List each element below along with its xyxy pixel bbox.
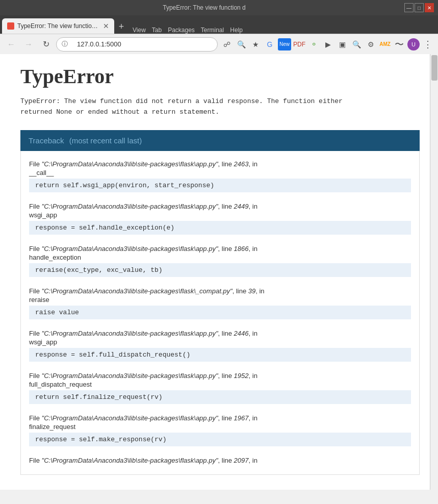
trace-code-3: reraise(exc_type, exc_value, tb) (29, 263, 411, 277)
cursor-icon[interactable]: ▶ (322, 38, 334, 51)
translate-icon[interactable]: G (264, 38, 276, 51)
new-tab-button[interactable]: + (114, 19, 128, 34)
wave-icon[interactable]: 〜 (393, 38, 405, 51)
extension-icon[interactable]: ▣ (336, 38, 348, 51)
back-button[interactable]: ← (4, 37, 18, 52)
menu-terminal[interactable]: Terminal (201, 27, 224, 34)
trace-entry: File "C:\ProgramData\Anaconda3\lib\site-… (21, 284, 419, 326)
trace-file-7: File "C:\ProgramData\Anaconda3\lib\site-… (29, 414, 411, 422)
trace-file-3: File "C:\ProgramData\Anaconda3\lib\site-… (29, 245, 411, 253)
forward-button[interactable]: → (21, 37, 36, 52)
tab-favicon (7, 22, 14, 30)
trace-file-6: File "C:\ProgramData\Anaconda3\lib\site-… (29, 372, 411, 380)
minimize-button[interactable]: — (404, 3, 414, 12)
trace-entry: File "C:\ProgramData\Anaconda3\lib\site-… (21, 199, 419, 242)
pdf-icon[interactable]: PDF (293, 38, 305, 51)
trace-file-1: File "C:\ProgramData\Anaconda3\lib\site-… (29, 160, 411, 168)
maximize-button[interactable]: □ (415, 3, 424, 12)
amz-icon[interactable]: AMZ (379, 38, 391, 51)
avatar-icon[interactable]: U (407, 38, 420, 51)
menu-help[interactable]: Help (230, 27, 243, 34)
trace-funcname-1: __call__ (29, 169, 411, 177)
trace-file-2: File "C:\ProgramData\Anaconda3\lib\site-… (29, 203, 411, 210)
trace-code-4: raise value (29, 306, 411, 319)
address-bar[interactable]: ⓘ 127.0.0.1:5000 (56, 37, 218, 52)
search-icon[interactable]: 🔍 (350, 38, 363, 51)
toolbar-icons: ☍ 🔍 ★ G New PDF ⚬ ▶ ▣ 🔍 ⚙ AMZ 〜 U ⋮ (221, 38, 434, 51)
close-button[interactable]: ✕ (425, 3, 434, 12)
tab-close-button[interactable]: ✕ (103, 22, 109, 30)
trace-entry: File "C:\ProgramData\Anaconda3\lib\site-… (21, 157, 419, 199)
trace-file-4: File "C:\ProgramData\Anaconda3\lib\site-… (29, 287, 411, 295)
trace-funcname-2: wsgi_app (29, 211, 411, 219)
lock-icon: ⓘ (62, 40, 68, 48)
error-title: TypeError (20, 64, 420, 88)
address-bar-row: ← → ↻ ⓘ 127.0.0.1:5000 ☍ 🔍 ★ G New PDF ⚬… (0, 34, 438, 54)
url-text: 127.0.0.1:5000 (72, 40, 121, 48)
trace-funcname-5: wsgi_app (29, 338, 411, 346)
error-description: TypeError: The view function did not ret… (20, 96, 420, 118)
content-area: TypeError TypeError: The view function d… (0, 54, 438, 490)
window-controls: — □ ✕ (404, 3, 434, 12)
evernote-icon[interactable]: ⚬ (307, 38, 320, 51)
menu-dots[interactable]: ⋮ (422, 38, 434, 51)
active-tab[interactable]: TypeError: The view function d ✕ (2, 18, 114, 34)
trace-code-2: response = self.handle_exception(e) (29, 221, 411, 235)
menu-packages[interactable]: Packages (168, 27, 195, 34)
trace-entry: File "C:\ProgramData\Anaconda3\lib\site-… (21, 411, 419, 453)
trace-entry: File "C:\ProgramData\Anaconda3\lib\site-… (21, 453, 419, 468)
menu-tab[interactable]: Tab (152, 27, 162, 34)
trace-funcname-7: finalize_request (29, 423, 411, 431)
trace-funcname-4: reraise (29, 296, 411, 304)
scrollbar-track[interactable] (430, 54, 438, 490)
window-title: TypeError: The view function d (4, 4, 404, 11)
menu-view[interactable]: View (133, 27, 146, 34)
page-content: TypeError TypeError: The view function d… (0, 54, 430, 490)
trace-funcname-3: handle_exception (29, 254, 411, 261)
reader-icon[interactable]: ☍ (221, 38, 233, 51)
zoom-icon[interactable]: 🔍 (235, 38, 247, 51)
tab-bar: TypeError: The view function d ✕ + View … (0, 15, 438, 34)
trace-code-5: response = self.full_dispatch_request() (29, 348, 411, 362)
trace-entry: File "C:\ProgramData\Anaconda3\lib\site-… (21, 242, 419, 284)
trace-code-1: return self.wsgi_app(environ, start_resp… (29, 179, 411, 192)
traceback-body: File "C:\ProgramData\Anaconda3\lib\site-… (20, 151, 420, 475)
trace-code-7: response = self.make_response(rv) (29, 433, 411, 446)
reload-button[interactable]: ↻ (39, 37, 53, 52)
trace-funcname-6: full_dispatch_request (29, 381, 411, 388)
browser-window: TypeError: The view function d — □ ✕ Typ… (0, 0, 438, 504)
bookmark-icon[interactable]: ★ (249, 38, 262, 51)
traceback-header: Traceback (most recent call last) (20, 130, 420, 151)
traceback-section: Traceback (most recent call last) File "… (20, 130, 420, 475)
scrollbar-thumb[interactable] (431, 55, 437, 81)
trace-entry: File "C:\ProgramData\Anaconda3\lib\site-… (21, 326, 419, 369)
settings-icon[interactable]: ⚙ (365, 38, 377, 51)
trace-code-6: return self.finalize_request(rv) (29, 390, 411, 404)
tab-title: TypeError: The view function d (17, 22, 100, 30)
trace-entry: File "C:\ProgramData\Anaconda3\lib\site-… (21, 369, 419, 411)
title-bar: TypeError: The view function d — □ ✕ (0, 0, 438, 15)
trace-file-8: File "C:\ProgramData\Anaconda3\lib\site-… (29, 457, 411, 464)
trace-file-5: File "C:\ProgramData\Anaconda3\lib\site-… (29, 330, 411, 337)
new-icon[interactable]: New (278, 38, 291, 51)
